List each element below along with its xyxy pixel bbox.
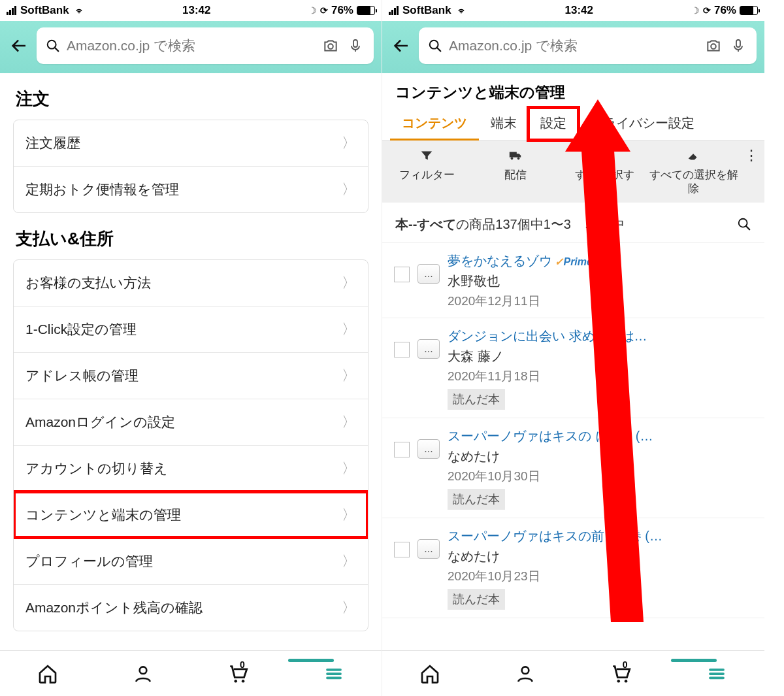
tab-2[interactable]: 設定 [529,108,578,140]
content-list: ...夢をかなえるゾウ ✓Prime水野敬也2020年12月11日...ダンジョ… [382,243,764,618]
results-count: の商品137個中1〜3 [456,217,571,231]
settings-row[interactable]: 1-Click設定の管理〉 [14,306,368,352]
search-box[interactable]: Amazon.co.jp で検索 [37,27,374,64]
item-title-tail[interactable]: 1巻 (… [617,529,662,543]
section-title: 注文 [0,73,382,120]
search-icon[interactable] [737,217,751,231]
settings-row-label: 注文履歴 [25,134,80,152]
mic-icon[interactable] [346,37,365,55]
svg-point-6 [242,680,245,683]
item-actions-button[interactable]: ... [417,439,440,459]
search-placeholder: Amazon.co.jp で検索 [67,37,315,55]
camera-icon[interactable] [704,37,723,55]
tab-0[interactable]: コンテンツ [390,108,479,140]
results-prefix: 本--すべて [395,217,456,231]
chevron-right-icon: 〉 [342,598,356,618]
settings-row-label: 定期おトク便情報を管理 [25,180,179,199]
settings-row[interactable]: Amazonポイント残高の確認〉 [14,584,368,631]
item-date: 2020年10月30日 [448,468,753,485]
nav-menu[interactable] [321,661,347,687]
toolbar-deselect-all[interactable]: すべての選択を解除 [649,147,738,196]
item-date: 2020年11月18日 [448,368,753,385]
nav-menu[interactable] [704,661,730,687]
item-title-tail[interactable]: に 2巻 (… [591,429,653,443]
settings-row[interactable]: プロフィールの管理〉 [14,538,368,584]
chevron-right-icon: 〉 [342,273,356,293]
wifi-icon [455,6,467,15]
item-actions-button[interactable]: ... [417,539,440,559]
prime-badge: ✓Prime [552,256,593,267]
item-meta: 夢をかなえるゾウ ✓Prime水野敬也2020年12月11日 [448,252,753,310]
item-title[interactable]: スーパーノヴァはキスの前に [448,529,617,543]
cart-badge: 0 [240,659,245,670]
item-title[interactable]: スーパーノヴァはキスの [448,429,591,443]
dnd-icon: ☽ [691,5,700,16]
toolbar-deliver-label: 配信 [504,168,527,182]
eraser-icon [687,147,701,164]
svg-point-5 [234,680,237,683]
svg-point-14 [511,157,514,160]
item-checkbox[interactable] [394,267,410,282]
settings-row[interactable]: Amazonログインの設定〉 [14,399,368,445]
search-icon [46,39,60,53]
chevron-right-icon: 〉 [342,366,356,386]
item-tag: 読んだ本 [448,489,505,510]
search-placeholder: Amazon.co.jp で検索 [449,37,698,55]
nav-home[interactable] [417,661,443,687]
toolbar-filter[interactable]: フィルター [382,147,471,196]
tab-3[interactable]: プライバシー設定 [578,108,706,140]
toolbar-more[interactable]: ⋮ [738,147,764,196]
settings-row[interactable]: コンテンツと端末の管理〉 [14,491,368,538]
search-icon [428,39,442,53]
page-title: コンテンツと端末の管理 [382,73,764,108]
settings-row[interactable]: 注文履歴〉 [14,120,368,166]
settings-row[interactable]: アカウントの切り替え〉 [14,445,368,491]
item-actions-button[interactable]: ... [417,339,440,359]
arrow-left-icon [391,36,411,56]
nav-profile[interactable] [512,661,538,687]
settings-row[interactable]: お客様の支払い方法〉 [14,260,368,306]
toolbar-select-all-label-2: 選択す [601,169,634,181]
search-box[interactable]: Amazon.co.jp で検索 [419,27,757,64]
settings-row-label: プロフィールの管理 [25,552,153,571]
back-button[interactable] [8,35,30,57]
cart-badge: 0 [623,659,628,670]
results-header: 本--すべての商品137個中1〜3 表示中 [382,203,764,243]
bottom-nav: 0 [382,650,764,696]
item-checkbox[interactable] [394,442,410,457]
back-button[interactable] [390,35,412,57]
tabs: コンテンツ端末設定プライバシー設定 [382,108,764,141]
item-date: 2020年12月11日 [448,293,753,310]
svg-line-17 [746,226,750,230]
toolbar-select-all[interactable]: す 選択す [561,147,649,196]
item-title[interactable]: ダンジョンに出会い [448,329,565,343]
item-title[interactable]: 夢をかなえるゾウ [448,254,552,268]
nav-home[interactable] [35,661,61,687]
svg-line-1 [55,48,59,52]
chevron-right-icon: 〉 [342,133,356,153]
camera-icon[interactable] [321,37,340,55]
item-tag: 読んだ本 [448,389,505,410]
mic-icon[interactable] [729,37,747,55]
item-checkbox[interactable] [394,542,410,557]
toolbar-deliver[interactable]: 配信 [471,147,560,196]
filter-icon [419,147,434,164]
svg-rect-3 [353,40,357,47]
nav-cart[interactable]: 0 [225,661,252,687]
item-title-tail[interactable]: 求めるのは… [565,329,647,343]
nav-cart[interactable]: 0 [608,661,634,687]
item-meta: ダンジョンに出会い 求めるのは…大森 藤ノ2020年11月18日読んだ本 [448,327,753,410]
item-actions-button[interactable]: ... [417,264,440,284]
svg-point-12 [711,44,716,49]
item-checkbox[interactable] [394,342,410,357]
signal-icon [7,6,16,15]
settings-row[interactable]: アドレス帳の管理〉 [14,352,368,399]
mcd-content: コンテンツと端末の管理 コンテンツ端末設定プライバシー設定 フィルター 配信 す… [382,73,764,650]
nav-profile[interactable] [130,661,156,687]
settings-row[interactable]: 定期おトク便情報を管理〉 [14,166,368,212]
truck-icon [507,147,524,164]
item-meta: スーパーノヴァはキスの前に 1巻 (…なめたけ2020年10月23日読んだ本 [448,527,753,610]
item-author: なめたけ [448,448,753,465]
dnd-icon: ☽ [308,5,317,16]
tab-1[interactable]: 端末 [479,108,529,140]
